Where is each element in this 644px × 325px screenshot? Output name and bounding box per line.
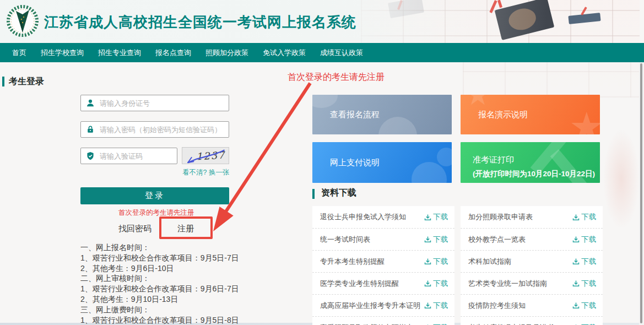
- download-link[interactable]: 下载: [424, 257, 448, 267]
- shield-check-icon: [86, 151, 95, 160]
- download-name: 统一考试时间表: [320, 235, 424, 245]
- download-link[interactable]: 下载: [424, 301, 448, 311]
- login-button[interactable]: 登录: [80, 187, 229, 204]
- download-name: 考生健康状况申报及承诺书: [468, 323, 572, 325]
- card-label: 准考证打印: [473, 155, 514, 165]
- download-icon: [572, 214, 580, 221]
- downloads-section-title: 资料下载: [321, 187, 356, 199]
- site-logo-icon: [6, 4, 40, 38]
- download-name: 艺术类专业统一加试指南: [468, 279, 572, 289]
- download-name: 校外教学点一览表: [468, 235, 572, 245]
- download-link[interactable]: 下载: [572, 212, 596, 222]
- download-name: 术科加试指南: [468, 257, 572, 267]
- register-annotation-text: 首次登录的考生请先注册: [288, 72, 385, 83]
- download-name: 加分照顾录取申请表: [468, 212, 572, 222]
- password-field[interactable]: [80, 121, 229, 138]
- card-view-registration-process[interactable]: 查看报名流程: [312, 95, 452, 134]
- login-section-title: 考生登录: [9, 76, 44, 88]
- nav-item-exemption-policy[interactable]: 免试入学政策: [263, 48, 306, 58]
- downloads-left-column: 退役士兵申报免试入学须知 下载 统一考试时间表 下载 专升本考生特别提醒 下载 …: [312, 206, 454, 325]
- captcha-field[interactable]: [80, 148, 177, 164]
- id-number-field[interactable]: [80, 95, 229, 111]
- notice-line: 1、艰苦行业和校企合作改革项目：9月5日-7日: [80, 253, 239, 263]
- card-sublabel: (开放打印时间为10月20日-10月22日): [473, 169, 595, 179]
- id-number-input[interactable]: [100, 99, 224, 107]
- vertical-scrollbar: [639, 62, 644, 325]
- notice-line: 2、其他考生：9月10日-13日: [80, 294, 239, 305]
- download-name: 成高应届毕业生报考专升本证明: [320, 301, 424, 311]
- download-row: 统一考试时间表 下载: [312, 228, 454, 250]
- download-row: 专升本考生特别提醒 下载: [312, 250, 454, 272]
- download-link[interactable]: 下载: [424, 323, 448, 325]
- download-row: 加分照顾录取申请表 下载: [461, 206, 603, 228]
- download-icon: [424, 214, 431, 221]
- download-row: 医学类专业考生特别提醒 下载: [312, 272, 454, 294]
- download-name: 享受照顾录取政策的办理指南: [320, 323, 424, 325]
- download-icon: [572, 280, 580, 287]
- notice-line: 一、网上报名时间：: [80, 242, 239, 253]
- notice-line: 2、其他考生：9月6日-10日: [80, 263, 239, 274]
- nav-item-bonus-policy[interactable]: 照顾加分政策: [205, 48, 248, 58]
- download-link[interactable]: 下载: [572, 323, 596, 325]
- nav-item-school-query[interactable]: 招生学校查询: [41, 48, 84, 58]
- nav-item-home[interactable]: 首页: [12, 48, 26, 58]
- download-row: 疫情防控考生须知 下载: [461, 294, 603, 316]
- star-deco: ★: [569, 107, 600, 134]
- circle-deco: [437, 148, 452, 166]
- download-link[interactable]: 下载: [572, 257, 596, 267]
- person-icon: [86, 99, 95, 107]
- nav-item-score-recognition-policy[interactable]: 成绩互认政策: [320, 48, 363, 58]
- lock-icon: [86, 125, 95, 134]
- first-login-hint: 首次登录的考生请先注册: [118, 208, 194, 218]
- card-online-payment-info[interactable]: 网上支付说明: [312, 142, 452, 183]
- nav-item-major-query[interactable]: 招生专业查询: [98, 48, 141, 58]
- section-accent-bar: [2, 77, 4, 86]
- forgot-password-link[interactable]: 找回密码: [118, 224, 151, 234]
- download-link[interactable]: 下载: [572, 279, 596, 289]
- section-accent-bar: [312, 189, 315, 199]
- download-icon: [424, 302, 431, 309]
- card-registration-demo[interactable]: ★ ★ 报名演示说明: [461, 95, 600, 134]
- download-name: 医学类专业考生特别提醒: [320, 279, 424, 289]
- card-label: 网上支付说明: [330, 158, 380, 168]
- schedule-notice: 一、网上报名时间： 1、艰苦行业和校企合作改革项目：9月5日-7日 2、其他考生…: [80, 242, 239, 325]
- captcha-image[interactable]: 1237: [182, 147, 229, 164]
- main-nav: 首页 招生学校查询 招生专业查询 报名点查询 照顾加分政策 免试入学政策 成绩互…: [0, 43, 644, 62]
- cloud-deco: [378, 117, 417, 134]
- download-icon: [572, 236, 580, 243]
- download-row: 考生健康状况申报及承诺书 下载: [461, 316, 603, 325]
- password-input[interactable]: [100, 126, 224, 134]
- download-row: 享受照顾录取政策的办理指南 下载: [312, 316, 454, 325]
- download-icon: [572, 258, 580, 265]
- download-row: 术科加试指南 下载: [461, 250, 603, 272]
- download-link[interactable]: 下载: [572, 235, 596, 245]
- star-deco: ★: [465, 95, 491, 109]
- notice-line: 三、网上缴费时间：: [80, 305, 239, 315]
- nav-item-regpoint-query[interactable]: 报名点查询: [155, 48, 191, 58]
- background-photo-blur: [603, 129, 640, 229]
- download-icon: [424, 236, 431, 243]
- download-link[interactable]: 下载: [424, 279, 448, 289]
- captcha-input[interactable]: [100, 152, 172, 160]
- download-icon: [424, 258, 431, 265]
- notice-line: 二、网上审核时间：: [80, 273, 239, 284]
- download-link[interactable]: 下载: [572, 301, 596, 311]
- circle-deco: [412, 162, 447, 183]
- cloud-deco: [312, 95, 338, 108]
- download-name: 退役士兵申报免试入学须知: [320, 212, 424, 222]
- download-row: 艺术类专业统一加试指南 下载: [461, 272, 603, 294]
- card-admission-ticket-print[interactable]: 准考证打印 (开放打印时间为10月20日-10月22日): [461, 142, 600, 183]
- download-link[interactable]: 下载: [424, 212, 448, 222]
- download-row: 校外教学点一览表 下载: [461, 228, 603, 250]
- download-link[interactable]: 下载: [424, 235, 448, 245]
- header: 江苏省成人高校招生全国统一考试网上报名系统: [0, 0, 644, 43]
- downloads-right-column: 加分照顾录取申请表 下载 校外教学点一览表 下载 术科加试指南 下载 艺术类专业…: [461, 206, 603, 325]
- page-title: 江苏省成人高校招生全国统一考试网上报名系统: [44, 13, 356, 32]
- download-name: 疫情防控考生须知: [468, 301, 572, 311]
- register-link[interactable]: 注册: [177, 224, 194, 234]
- scrollbar-thumb[interactable]: [640, 63, 642, 323]
- page: 江苏省成人高校招生全国统一考试网上报名系统 首页 招生学校查询 招生专业查询 报…: [0, 0, 644, 325]
- download-row: 退役士兵申报免试入学须知 下载: [312, 206, 454, 228]
- download-icon: [424, 280, 431, 287]
- captcha-refresh-link[interactable]: 看不清? 换一张: [182, 168, 230, 177]
